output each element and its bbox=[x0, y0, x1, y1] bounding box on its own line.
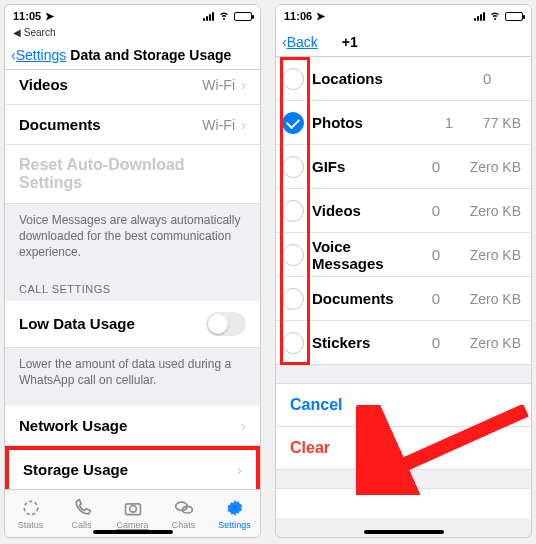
status-icon bbox=[21, 498, 41, 518]
media-label: Videos bbox=[312, 202, 424, 219]
reset-auto-download[interactable]: Reset Auto-Download Settings bbox=[5, 145, 260, 204]
home-indicator[interactable] bbox=[93, 530, 173, 534]
row-label: Storage Usage bbox=[23, 461, 128, 478]
signal-icon bbox=[203, 12, 214, 21]
media-size: Zero KB bbox=[470, 291, 521, 307]
media-count: 0 bbox=[432, 246, 462, 263]
chevron-right-icon: › bbox=[241, 76, 246, 93]
back-button[interactable]: ‹ Back bbox=[282, 34, 318, 50]
media-type-list: Locations0Photos177 KBGIFs0Zero KBVideos… bbox=[276, 57, 531, 365]
media-row-documents[interactable]: Documents0Zero KB bbox=[276, 277, 531, 321]
chevron-right-icon: › bbox=[241, 417, 246, 434]
media-row-stickers[interactable]: Stickers0Zero KB bbox=[276, 321, 531, 365]
media-label: Photos bbox=[312, 114, 437, 131]
page-title: +1 bbox=[342, 34, 358, 50]
battery-icon bbox=[234, 12, 252, 21]
media-size: Zero KB bbox=[470, 247, 521, 263]
media-count: 0 bbox=[432, 290, 462, 307]
row-storage-usage[interactable]: Storage Usage › bbox=[5, 446, 260, 489]
row-network-usage[interactable]: Network Usage › bbox=[5, 406, 260, 446]
media-count: 0 bbox=[432, 202, 462, 219]
svg-point-2 bbox=[129, 505, 136, 512]
media-row-voice-messages[interactable]: Voice Messages0Zero KB bbox=[276, 233, 531, 277]
svg-point-0 bbox=[24, 501, 37, 514]
row-label: Documents bbox=[19, 116, 101, 133]
status-time: 11:05 bbox=[13, 10, 41, 22]
low-data-note: Lower the amount of data used during a W… bbox=[5, 348, 260, 396]
right-phone: 11:06 ➤ ‹ Back +1 Locations0Photos177 KB… bbox=[275, 4, 532, 538]
media-label: Documents bbox=[312, 290, 424, 307]
media-size: Zero KB bbox=[470, 335, 521, 351]
wifi-icon bbox=[489, 9, 501, 23]
row-value: Wi-Fi bbox=[202, 117, 235, 133]
media-label: Locations bbox=[312, 70, 475, 87]
tab-settings[interactable]: Settings bbox=[209, 490, 260, 537]
left-phone: 11:05 ➤ ◀ Search ‹ Settings Data and Sto… bbox=[4, 4, 261, 538]
media-label: Voice Messages bbox=[312, 238, 424, 272]
media-label: GIFs bbox=[312, 158, 424, 175]
back-to-search[interactable]: ◀ Search bbox=[5, 27, 260, 40]
media-count: 0 bbox=[432, 334, 462, 351]
media-row-videos[interactable]: Videos0Zero KB bbox=[276, 189, 531, 233]
camera-icon bbox=[123, 498, 143, 518]
location-arrow-icon: ➤ bbox=[316, 10, 325, 23]
media-size: Zero KB bbox=[470, 203, 521, 219]
row-low-data: Low Data Usage bbox=[5, 301, 260, 348]
status-time: 11:06 bbox=[284, 10, 312, 22]
wifi-icon bbox=[218, 9, 230, 23]
nav-bar: ‹ Back +1 bbox=[276, 27, 531, 57]
signal-icon bbox=[474, 12, 485, 21]
row-label: Videos bbox=[19, 76, 68, 93]
media-count: 0 bbox=[432, 158, 462, 175]
row-documents[interactable]: Documents Wi-Fi› bbox=[5, 105, 260, 145]
row-videos[interactable]: Videos Wi-Fi› bbox=[5, 70, 260, 105]
chevron-right-icon: › bbox=[237, 461, 242, 478]
chats-icon bbox=[174, 498, 194, 518]
page-title: Data and Storage Usage bbox=[70, 47, 231, 63]
gear-icon bbox=[225, 498, 245, 518]
voice-note-text: Voice Messages are always automatically … bbox=[5, 204, 260, 269]
location-arrow-icon: ➤ bbox=[45, 10, 54, 23]
row-label: Network Usage bbox=[19, 417, 127, 434]
media-label: Stickers bbox=[312, 334, 424, 351]
chevron-right-icon: › bbox=[241, 116, 246, 133]
media-row-locations[interactable]: Locations0 bbox=[276, 57, 531, 101]
status-bar: 11:05 ➤ bbox=[5, 5, 260, 27]
row-value: Wi-Fi bbox=[202, 77, 235, 93]
tab-status[interactable]: Status bbox=[5, 490, 56, 537]
media-row-photos[interactable]: Photos177 KB bbox=[276, 101, 531, 145]
media-count: 1 bbox=[445, 114, 475, 131]
clear-button[interactable]: Clear bbox=[276, 427, 531, 470]
section-header-call: CALL SETTINGS bbox=[5, 269, 260, 301]
home-indicator[interactable] bbox=[364, 530, 444, 534]
low-data-toggle[interactable] bbox=[206, 312, 246, 336]
status-bar: 11:06 ➤ bbox=[276, 5, 531, 27]
annotation-highlight bbox=[280, 57, 310, 365]
row-label: Low Data Usage bbox=[19, 315, 135, 332]
nav-bar: ‹ Settings Data and Storage Usage bbox=[5, 40, 260, 70]
media-count: 0 bbox=[483, 70, 513, 87]
phone-icon bbox=[72, 498, 92, 518]
media-size: 77 KB bbox=[483, 115, 521, 131]
media-size: Zero KB bbox=[470, 159, 521, 175]
battery-icon bbox=[505, 12, 523, 21]
cancel-button[interactable]: Cancel bbox=[276, 383, 531, 427]
media-row-gifs[interactable]: GIFs0Zero KB bbox=[276, 145, 531, 189]
back-button[interactable]: ‹ Settings bbox=[11, 47, 66, 63]
